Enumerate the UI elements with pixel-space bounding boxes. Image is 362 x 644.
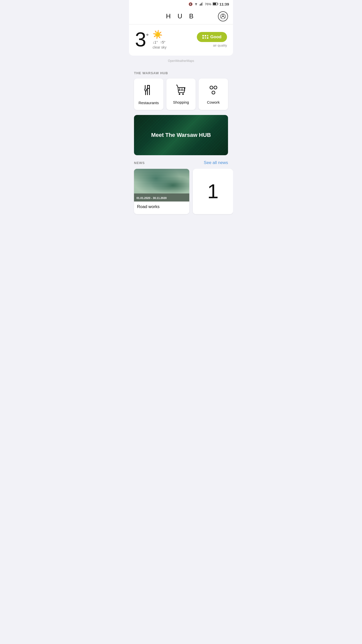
temperature-display: 3 ° bbox=[135, 29, 149, 50]
shopping-label: Shopping bbox=[173, 100, 189, 104]
action-cowork[interactable]: Cowork bbox=[199, 78, 228, 110]
app-header: H U B bbox=[129, 8, 233, 24]
air-dot-5 bbox=[205, 37, 206, 39]
signal-icon bbox=[200, 2, 204, 6]
hub-section-title: THE WARSAW HUB bbox=[134, 71, 228, 75]
see-all-news-button[interactable]: See all news bbox=[204, 160, 228, 165]
svg-rect-4 bbox=[202, 2, 203, 6]
svg-point-19 bbox=[214, 86, 217, 89]
status-bar: 🔇 76% 11:39 bbox=[129, 0, 233, 8]
battery-percentage: 76% bbox=[205, 2, 211, 6]
news-number-display: 1 bbox=[207, 180, 219, 203]
svg-rect-13 bbox=[147, 88, 150, 89]
app-title: H U B bbox=[166, 12, 196, 20]
air-quality-indicator bbox=[202, 35, 208, 39]
weather-details: ☀️ ↓1° ↑5° clear sky bbox=[153, 30, 166, 49]
status-icons: 🔇 76% 11:39 bbox=[189, 2, 229, 6]
air-dot-2 bbox=[205, 35, 206, 36]
svg-rect-12 bbox=[147, 85, 150, 86]
max-temp: ↑5° bbox=[160, 40, 165, 44]
svg-rect-11 bbox=[149, 85, 150, 95]
time-display: 11:39 bbox=[219, 2, 229, 6]
air-dot-4 bbox=[202, 37, 204, 39]
svg-rect-14 bbox=[145, 85, 146, 89]
action-shopping[interactable]: Shopping bbox=[166, 78, 196, 110]
svg-rect-7 bbox=[217, 3, 218, 5]
svg-point-20 bbox=[212, 91, 215, 94]
banner-text: Meet The Warsaw HUB bbox=[151, 132, 211, 138]
banner-background: Meet The Warsaw HUB bbox=[134, 115, 228, 155]
svg-rect-15 bbox=[145, 91, 146, 95]
news-date-range: 01.01.2020 - 30.11.2020 bbox=[137, 196, 167, 199]
svg-rect-1 bbox=[200, 4, 200, 6]
news-section-title: NEWS bbox=[134, 161, 145, 165]
svg-rect-2 bbox=[200, 4, 201, 6]
svg-point-18 bbox=[210, 86, 213, 89]
wifi-icon bbox=[194, 2, 198, 6]
hub-banner[interactable]: Meet The Warsaw HUB bbox=[134, 115, 228, 155]
weather-card: 3 ° ☀️ ↓1° ↑5° clear sky Good bbox=[129, 24, 233, 56]
air-quality-label: Good bbox=[210, 34, 221, 39]
svg-point-0 bbox=[196, 5, 196, 5]
news-header: NEWS See all news bbox=[129, 155, 233, 169]
news-card-image-1: 01.01.2020 - 30.11.2020 bbox=[134, 169, 189, 202]
weather-description: clear sky bbox=[153, 45, 166, 49]
news-card-body-1: Road works bbox=[134, 202, 189, 213]
air-dot-1 bbox=[202, 35, 204, 36]
cowork-icon bbox=[208, 85, 219, 97]
action-restaurants[interactable]: Restaurants bbox=[134, 78, 163, 110]
degree-symbol: ° bbox=[146, 32, 149, 39]
news-headline-1: Road works bbox=[137, 204, 160, 209]
svg-rect-6 bbox=[213, 3, 216, 5]
min-temp: ↓1° bbox=[153, 40, 158, 44]
temperature-value: 3 bbox=[135, 29, 146, 50]
svg-rect-3 bbox=[201, 3, 202, 6]
news-scroll-container: 01.01.2020 - 30.11.2020 Road works 1 bbox=[129, 169, 233, 222]
hub-section: THE WARSAW HUB Restaurants bbox=[129, 71, 233, 110]
news-date-overlay: 01.01.2020 - 30.11.2020 bbox=[134, 193, 189, 202]
news-card-1[interactable]: 01.01.2020 - 30.11.2020 Road works bbox=[134, 169, 189, 214]
restaurants-icon bbox=[144, 85, 154, 97]
restaurants-label: Restaurants bbox=[139, 101, 159, 105]
shopping-icon bbox=[176, 85, 186, 97]
svg-point-16 bbox=[179, 93, 180, 95]
weather-attribution: OpenWeatherMaps bbox=[129, 56, 233, 66]
svg-rect-10 bbox=[147, 85, 148, 95]
svg-point-8 bbox=[222, 14, 224, 16]
air-quality-text: air quality bbox=[213, 44, 227, 47]
battery-icon bbox=[213, 2, 218, 6]
mute-icon: 🔇 bbox=[189, 2, 193, 6]
weather-condition-icon: ☀️ bbox=[153, 30, 166, 39]
news-card-2[interactable]: 1 bbox=[193, 169, 233, 214]
air-dot-3 bbox=[207, 35, 208, 36]
svg-point-17 bbox=[182, 93, 184, 95]
quick-actions: Restaurants Shopping bbox=[134, 78, 228, 110]
profile-button[interactable] bbox=[218, 11, 228, 21]
air-quality-section: Good air quality bbox=[197, 32, 227, 47]
weather-minmax: ↓1° ↑5° bbox=[153, 40, 166, 44]
air-dot-6 bbox=[207, 37, 208, 39]
cowork-label: Cowork bbox=[207, 100, 220, 104]
air-quality-badge: Good bbox=[197, 32, 227, 42]
